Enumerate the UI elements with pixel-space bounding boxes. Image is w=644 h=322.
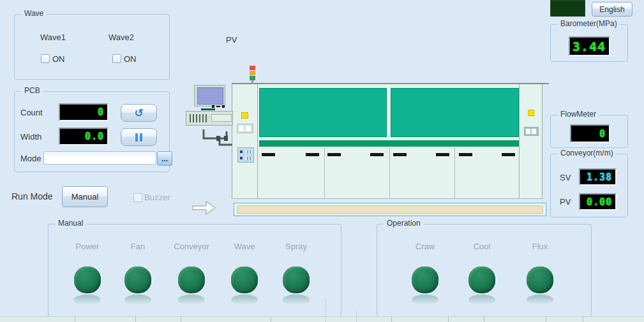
manual-spray-label: Spray [269,242,323,251]
run-mode-button[interactable]: Manual [62,186,108,207]
wave-group-title: Wave [21,9,47,18]
tower-lamp-icon [250,66,255,84]
buzzer-checkbox[interactable] [133,193,142,202]
manual-group-title: Manual [55,219,86,228]
manual-power-label: Power [61,242,114,251]
conveyor-sv-label: SV [560,173,571,182]
machine-right-divider [519,84,520,199]
manual-wave-button[interactable] [231,267,258,293]
cabinet-divider [389,148,390,198]
manual-wave-label: Wave [218,242,271,251]
machine-left-divider [257,84,258,199]
mode-input[interactable] [43,151,156,165]
cabinet-handle [370,153,384,156]
pause-icon [135,133,142,142]
status-display-box [550,0,585,17]
manual-fan-button[interactable] [124,267,151,293]
pcb-width-label: Width [20,132,41,142]
barometer-led-display: 3.44 [569,36,610,56]
wave-group: Wave [14,14,170,80]
cabinet-handle [327,153,341,156]
cabinet-handle [502,153,515,156]
operation-cool-label: Cool [455,242,509,251]
right-connector-box [524,127,539,136]
right-indicator-lamp-icon [528,110,534,116]
desktop-unit-icon [186,111,233,126]
machine-pv-label: PV [226,35,237,45]
operation-flux-label: Flux [513,242,567,251]
wave1-label: Wave1 [31,33,75,42]
monitor-icon [194,85,225,106]
cabinet-handle [436,153,449,156]
machine-panel-left [259,88,387,137]
monitor-stand-bar [201,108,215,110]
pcb-group-title: PCB [21,86,43,95]
cabinet-divider [324,148,325,198]
sphere-reflection [124,295,151,305]
wave2-on-label: ON [124,54,137,64]
manual-fan-label: Fan [111,242,165,251]
conveyor-sv-led-display: 1.38 [579,168,617,186]
sphere-reflection [178,295,205,305]
cables-and-arrow-graphic [184,124,257,220]
language-button[interactable]: English [592,2,633,17]
wave1-on-label: ON [52,54,65,64]
operation-craw-button[interactable] [412,267,438,293]
manual-conveyor-label: Conveyor [165,242,218,251]
pcb-count-led-display: 0 [59,103,109,121]
flowmeter-led-display: 0 [570,124,610,143]
sphere-reflection [468,295,495,305]
sphere-reflection [283,295,310,305]
operation-flux-button[interactable] [527,267,553,293]
pcb-count-label: Count [20,108,43,117]
mode-browse-button[interactable]: ... [157,151,172,166]
flow-arrow-icon [193,201,215,214]
sphere-reflection [527,295,553,305]
wave2-on-checkbox[interactable] [112,54,121,63]
cabinet-handle [306,153,319,156]
manual-power-button[interactable] [74,267,101,293]
bottom-panel-edge [0,316,644,322]
barometer-group-title: Barometer(MPa) [557,19,620,28]
wave2-label: Wave2 [99,33,144,42]
left-indicator-lamp-icon [241,112,248,119]
operation-craw-label: Craw [398,242,452,251]
sphere-reflection [74,295,101,305]
cabinet-divider [454,148,455,198]
buzzer-label: Buzzer [144,193,170,202]
conveyor-speed-group-title: Conveyor(m/m) [557,149,617,157]
conveyor-pv-led-display: 0.00 [579,193,617,210]
cabinet-handle [393,153,407,156]
refresh-icon: ↺ [134,108,143,119]
sphere-reflection [231,295,258,305]
operation-cool-button[interactable] [468,267,495,293]
hmi-main-screen: English Barometer(MPa) 3.44 FlowMeter 0 … [0,0,644,322]
width-hold-button[interactable] [121,128,157,146]
operation-group-title: Operation [384,219,424,228]
pcb-mode-label: Mode [20,154,41,163]
conveyor-pv-label: PV [560,197,571,207]
machine-panel-right [391,88,519,137]
manual-spray-button[interactable] [283,267,310,293]
flowmeter-group-title: FlowMeter [557,110,599,119]
manual-conveyor-button[interactable] [178,267,205,293]
run-mode-label: Run Mode [11,191,53,201]
pcb-width-led-display: 0.0 [59,128,109,145]
cabinet-handle [459,153,472,156]
cabinet-handle [262,153,275,156]
conveyor-belt-track [234,203,546,216]
count-reset-button[interactable]: ↺ [121,104,157,122]
sphere-reflection [412,295,438,305]
wave1-on-checkbox[interactable] [41,54,50,63]
machine-green-strip [259,140,519,147]
